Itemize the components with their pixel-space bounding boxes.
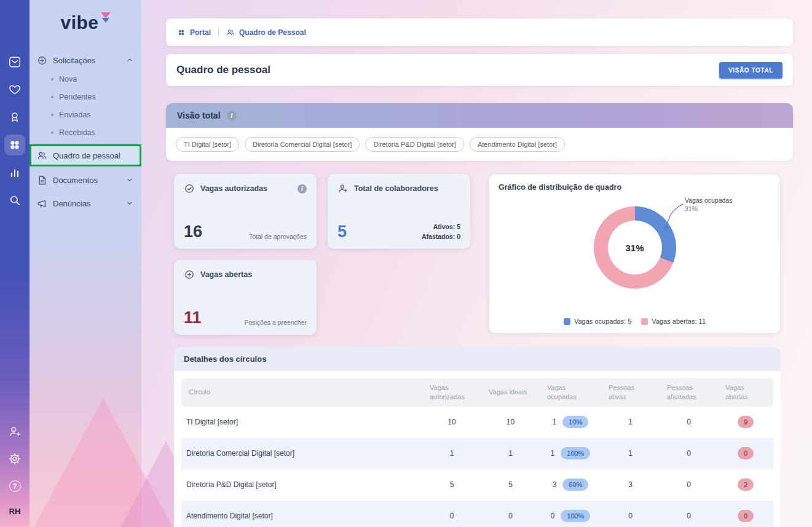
cell-circulo: Atendimento Digital [setor] xyxy=(181,501,422,527)
apps-icon[interactable] xyxy=(4,135,25,155)
stat-value: 16 xyxy=(184,224,202,240)
help-glyph: ? xyxy=(9,480,21,492)
user-avatar[interactable]: RH xyxy=(9,502,21,520)
portal-icon xyxy=(177,28,186,37)
occupied-count: 3 xyxy=(553,480,557,489)
sector-chip[interactable]: Atendimento Digital [setor] xyxy=(470,137,565,152)
breadcrumb-current-label: Quadro de Pessoal xyxy=(239,28,306,37)
megaphone-icon xyxy=(37,198,47,209)
mail-icon[interactable] xyxy=(4,52,25,72)
open-positions-pill: 0 xyxy=(738,510,754,522)
sidebar-item-quadro-de-pessoal[interactable]: Quadro de pessoal xyxy=(30,144,141,166)
cell-vagas-ocupadas: 360% xyxy=(540,469,601,501)
details-section: Detalhes dos círculos Círculo Vagas auto… xyxy=(174,347,781,527)
sidebar-item-denuncias[interactable]: Denúncias xyxy=(30,193,141,213)
cell-vagas-ideais: 10 xyxy=(481,407,540,438)
chart-legend: Vagas ocupadas: 5 Vagas abertas: 11 xyxy=(489,318,780,325)
details-title: Detalhes dos círculos xyxy=(174,347,781,371)
table-row[interactable]: Atendimento Digital [setor] 0 0 0100% 0 … xyxy=(181,501,773,527)
sidebar-item-recebidas[interactable]: Recebidas xyxy=(30,123,141,141)
away-count-label: Afastados: 0 xyxy=(422,233,460,240)
stat-title: Vagas autorizadas xyxy=(200,184,267,193)
check-circle-icon xyxy=(184,183,195,194)
info-icon[interactable]: i xyxy=(227,111,237,120)
plus-circle-icon xyxy=(184,269,195,280)
people-icon xyxy=(37,150,47,161)
callout-pointer-line xyxy=(663,199,687,231)
legend-item-open: Vagas abertas: 11 xyxy=(641,318,706,325)
sidebar-item-nova[interactable]: Nova xyxy=(30,70,141,88)
settings-icon[interactable] xyxy=(4,448,25,469)
bullet-icon xyxy=(51,114,53,116)
col-header-pessoas-afastadas: Pessoas afastadas xyxy=(660,378,718,407)
cell-pessoas-afastadas: 0 xyxy=(660,469,718,501)
legend-swatch-occupied xyxy=(564,318,570,325)
sector-chip[interactable]: Diretoria Comercial Digital [setor] xyxy=(245,137,360,152)
submenu-label: Recebidas xyxy=(59,128,95,137)
chevron-down-icon xyxy=(125,199,134,208)
bullet-icon xyxy=(51,78,53,80)
legend-label: Vagas ocupadas: 5 xyxy=(574,318,631,325)
vision-total-section: Visão total i TI Digital [setor] Diretor… xyxy=(166,103,793,161)
search-icon[interactable] xyxy=(4,190,25,211)
occupancy-pill: 100% xyxy=(561,447,590,459)
breadcrumb-portal[interactable]: Portal xyxy=(177,28,211,37)
stat-value: 11 xyxy=(184,310,202,326)
cell-vagas-ideais: 0 xyxy=(481,501,540,527)
stat-caption: Total de aprovações xyxy=(249,233,307,240)
cell-pessoas-ativas: 1 xyxy=(601,407,660,438)
sidebar-item-enviadas[interactable]: Enviadas xyxy=(30,106,141,123)
cell-vagas-ocupadas: 0100% xyxy=(540,501,601,527)
cell-vagas-abertas: 0 xyxy=(718,501,773,527)
col-header-circulo: Círculo xyxy=(181,378,422,407)
occupancy-pill: 100% xyxy=(561,510,590,522)
cell-vagas-ocupadas: 110% xyxy=(540,407,601,438)
visao-total-button[interactable]: VISÃO TOTAL xyxy=(719,62,782,79)
occupied-count: 1 xyxy=(553,418,557,426)
cell-vagas-autorizadas: 5 xyxy=(422,469,481,501)
occupied-count: 1 xyxy=(551,449,555,458)
details-body: Círculo Vagas autorizadas Vagas ideais V… xyxy=(174,371,781,527)
people-icon xyxy=(226,28,235,37)
badge-icon[interactable] xyxy=(4,107,25,128)
page-header: Quadro de pessoal VISÃO TOTAL xyxy=(166,54,793,86)
sidebar-item-pendentes[interactable]: Pendentes xyxy=(30,88,141,106)
cell-vagas-ideais: 1 xyxy=(481,438,540,469)
callout-value: 31% xyxy=(685,205,732,213)
table-row[interactable]: Diretoria Comercial Digital [setor] 1 1 … xyxy=(181,438,773,469)
info-icon[interactable]: i xyxy=(298,184,307,193)
person-icon xyxy=(337,183,349,194)
brand-logo[interactable]: vibe xyxy=(30,0,141,44)
logo-mark-icon xyxy=(101,12,111,23)
heart-icon[interactable] xyxy=(4,79,25,100)
active-count-label: Ativos: 5 xyxy=(433,223,460,230)
sidebar-item-documentos[interactable]: Documentos xyxy=(30,170,141,190)
cell-vagas-autorizadas: 1 xyxy=(422,438,481,469)
table-row[interactable]: TI Digital [setor] 10 10 110% 1 0 9 xyxy=(181,407,773,438)
cell-pessoas-afastadas: 0 xyxy=(660,501,718,527)
col-header-vagas-abertas: Vagas abertas xyxy=(718,378,773,407)
col-header-vagas-ideais: Vagas ideais xyxy=(481,378,540,407)
analytics-icon[interactable] xyxy=(4,162,25,183)
breadcrumb-current[interactable]: Quadro de Pessoal xyxy=(226,28,306,37)
sidebar-item-solicitacoes[interactable]: Solicitações xyxy=(30,50,141,70)
submenu-label: Enviadas xyxy=(59,111,90,119)
breadcrumb-portal-label: Portal xyxy=(190,28,211,37)
cell-pessoas-ativas: 0 xyxy=(601,501,660,527)
stat-value: 5 xyxy=(337,224,347,240)
cell-vagas-ocupadas: 1100% xyxy=(540,438,601,469)
add-user-icon[interactable] xyxy=(4,421,25,442)
col-header-vagas-autorizadas: Vagas autorizadas xyxy=(422,378,481,407)
sector-chip[interactable]: TI Digital [setor] xyxy=(176,137,239,152)
chevron-down-icon xyxy=(125,176,134,184)
vision-total-header: Visão total i xyxy=(166,103,793,128)
main-content: Portal Quadro de Pessoal Quadro de pesso… xyxy=(141,0,812,527)
menu-label: Denúncias xyxy=(53,199,90,208)
chart-callout: Vagas ocupadas 31% xyxy=(685,197,732,213)
help-icon[interactable]: ? xyxy=(4,475,25,496)
bullet-icon xyxy=(51,131,53,134)
cell-vagas-abertas: 0 xyxy=(718,438,773,469)
sector-chip[interactable]: Diretoria P&D Digital [setor] xyxy=(365,137,464,152)
table-row[interactable]: Diretoria P&D Digital [setor] 5 5 360% 3… xyxy=(181,469,773,501)
cell-pessoas-ativas: 1 xyxy=(601,438,660,469)
